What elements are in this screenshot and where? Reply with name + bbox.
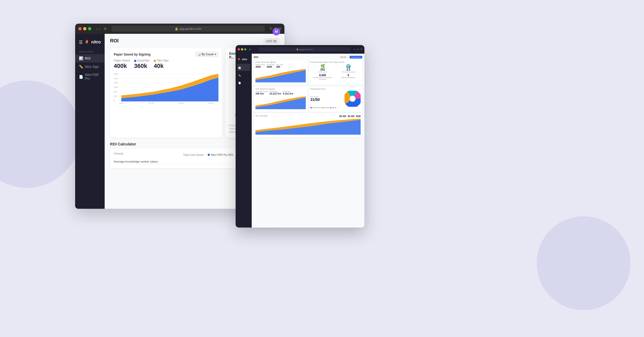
small-time-saved-title: Time Saved by Signing (255, 88, 306, 90)
small-pages-val: 400k (255, 65, 265, 68)
small-total-time-metric: Total Time Saved 15k hrs (255, 91, 268, 95)
small-pie-chart (345, 91, 361, 107)
small-trees-label: trees saved (310, 71, 335, 73)
svg-text:200k: 200k (114, 73, 118, 75)
small-address-bar[interactable]: 🔒 app.gonitro.com/ (259, 47, 350, 52)
legend-signing: Signing (330, 107, 336, 108)
small-quicksign-metric: •QuickSign 360k (267, 64, 275, 68)
sidebar-item-nitrosign[interactable]: ✏️ Nitro Sign (75, 63, 105, 71)
small-paper-saved-title: Paper Saved by Signing (255, 61, 306, 63)
salary-label: Average knowledge worker salary (114, 160, 158, 163)
small-sidebar-items: 📊 ✏️ 📄 (236, 63, 252, 87)
small-co2-val: 2.5 (336, 68, 361, 71)
svg-text:Jul 30: Jul 30 (208, 102, 214, 104)
nitro-pdf-legend: Nitro PDF Pro ROI (208, 153, 233, 156)
small-forward-icon[interactable]: › (255, 48, 256, 51)
small-paper-saved-card: Paper Saved by Signing Pages Saved 400k … (254, 60, 308, 85)
total-cost-label: Total Cost Saved (183, 153, 204, 156)
close-button[interactable] (78, 27, 82, 30)
small-env-card: Environmental Impact from Paper Saved 🌿 … (309, 60, 363, 85)
general-section-label: General (114, 152, 123, 158)
small-close-btn[interactable] (238, 48, 240, 50)
small-score-value: 31/50 (310, 97, 320, 102)
paper-saved-metrics: Pages Saved 400k QuickSign 360k (114, 59, 218, 69)
nitrosign-dot (154, 60, 156, 62)
sidebar-item-nitropdf[interactable]: 📄 Nitro PDF Pro (75, 71, 105, 83)
small-productivity-card: Productivity Score Your Score 31/50 (309, 86, 363, 112)
back-icon[interactable]: ‹ (96, 27, 97, 31)
small-separator: | (348, 56, 349, 58)
small-time-saved-card: Time Saved by Signing Total Time Saved 1… (254, 86, 308, 112)
small-tree-icon: 🌿 (310, 64, 335, 68)
small-arrange-icon: ⊞ (249, 48, 251, 51)
browser-chrome-main: ‹ › ⊞ 🔒 app.gonitro.com/ ↻ ⊕ ⧉ (75, 24, 284, 34)
address-bar-main[interactable]: 🔒 app.gonitro.com/ (111, 26, 265, 32)
small-pdf-icon: 📄 (238, 82, 241, 84)
lock-icon: 🔒 (175, 27, 178, 31)
small-minimize-btn[interactable] (241, 48, 243, 50)
minimize-button[interactable] (83, 27, 86, 30)
page-header: ROI USD ($) (105, 34, 284, 46)
small-browser-chrome: ⊞ ‹ › 🔒 app.gonitro.com/ ↻ ⊕ ⧉ (236, 45, 364, 54)
quicksign-dot (134, 60, 136, 62)
small-qs-time-metric: •QuickSign 10,312 hrs (269, 91, 281, 95)
nitrosign-value: 40k (154, 63, 169, 69)
small-env-item-1: 🌍 2.5 CO2 tonnes saved (336, 64, 361, 73)
nitro-flame-icon (84, 39, 90, 45)
by-count-button[interactable]: 📊 By Count ▾ (195, 52, 218, 57)
small-app-layout: nitro 📊 ✏️ 📄 ROI USD ($) | (236, 54, 364, 228)
small-roi-total-0: $5.2M (339, 115, 346, 118)
nitrosign-metric: Nitro Sign 40k (154, 59, 169, 69)
small-page-title: ROI (254, 56, 258, 58)
small-roi-header: ROI Calculator $5.2M $3.2M $2M (255, 115, 361, 118)
quicksign-label: QuickSign (137, 59, 150, 62)
export-report-button[interactable]: Export Report (350, 56, 362, 58)
paper-saved-title: Paper Saved by Signing 📊 By Count ▾ (114, 52, 218, 57)
maximize-button[interactable] (88, 27, 91, 30)
small-qs-val: 360k (267, 65, 275, 68)
small-currency-selector[interactable]: USD ($) (339, 56, 347, 58)
page-title: ROI (110, 38, 119, 44)
hamburger-menu[interactable]: ☰ (79, 40, 83, 45)
sidebar-item-roi[interactable]: 📊 ROI (75, 54, 105, 63)
small-roi-total-2: $2M (356, 115, 361, 118)
small-trees-val: 293 (310, 68, 335, 71)
small-roi-chart (255, 119, 361, 135)
small-roi-item[interactable]: 📊 (237, 64, 250, 71)
legend-nitropdf: Nitro PDF Pro (310, 107, 321, 108)
small-co2-icon: 🌍 (336, 64, 361, 68)
url-text: app.gonitro.com/ (180, 27, 202, 30)
pdf-icon: 📄 (79, 75, 83, 79)
small-paper-metrics: Pages Saved 400k •QuickSign 360k Nitro S… (255, 64, 306, 68)
pages-saved-legend: Pages Saved (114, 59, 130, 63)
small-ns-time-metric: •Nitro Sign 5,151 hrs (283, 91, 293, 95)
small-productivity-title: Productivity Score (310, 88, 361, 90)
small-newtab-icon[interactable]: ⧉ (361, 48, 362, 51)
small-roi-icon: 📊 (238, 67, 241, 69)
currency-selector[interactable]: USD ($) (264, 38, 279, 44)
small-header-row: ROI USD ($) | Export Report (254, 56, 362, 58)
productivity-pie-svg (345, 91, 361, 107)
analytics-section-label: ANALYTICS (75, 48, 105, 54)
legend-nitrosign: Nitro Sign (321, 107, 329, 108)
logo-text: nitro (91, 40, 101, 45)
small-roi-totals: $5.2M $3.2M $2M (339, 115, 361, 118)
window-arrange-icon: ⊞ (104, 27, 107, 31)
small-back-icon[interactable]: ‹ (253, 48, 253, 51)
refresh-icon[interactable]: ↻ (270, 27, 273, 31)
small-refresh-icon[interactable]: ↻ (354, 48, 356, 51)
small-header-controls: USD ($) | Export Report (339, 56, 362, 58)
user-avatar[interactable]: M (273, 28, 280, 35)
small-browser-window: ⊞ ‹ › 🔒 app.gonitro.com/ ↻ ⊕ ⧉ nitro 📊 (236, 45, 364, 228)
chart-icon: 📊 (197, 53, 201, 56)
forward-icon[interactable]: › (99, 27, 100, 31)
nitro-pdf-dot (208, 154, 210, 156)
small-pdf-item[interactable]: 📄 (237, 79, 250, 86)
svg-point-23 (350, 96, 356, 102)
small-sign-item[interactable]: ✏️ (237, 71, 250, 78)
browser-nav: ‹ › (96, 27, 100, 31)
nitrosign-label: Nitro Sign (157, 59, 169, 62)
small-maximize-btn[interactable] (244, 48, 246, 50)
small-add-icon[interactable]: ⊕ (357, 48, 359, 51)
roi-icon: 📊 (79, 56, 83, 60)
